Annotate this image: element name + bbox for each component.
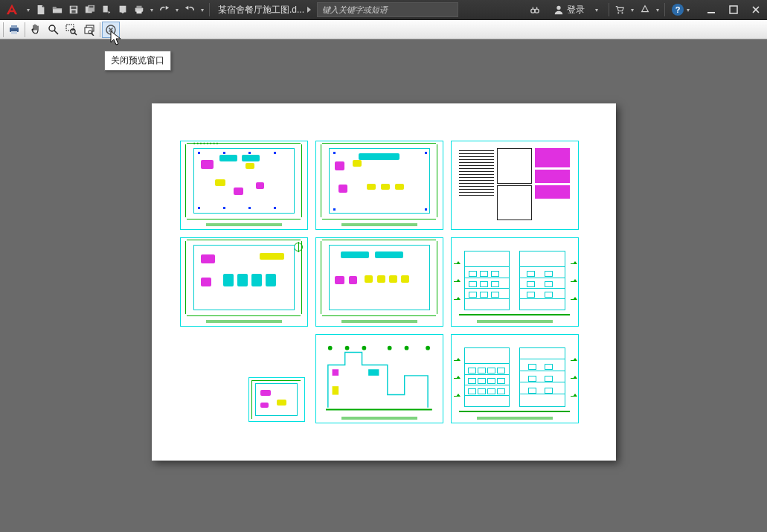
sheet-9-elevation bbox=[451, 334, 579, 423]
separator bbox=[100, 22, 100, 37]
separator bbox=[25, 22, 25, 37]
sheet-4-plan bbox=[180, 237, 308, 327]
sheet-1-plan: ● ● ● ● ● ● ● ● bbox=[180, 141, 308, 230]
app-logo[interactable] bbox=[3, 1, 21, 18]
share-dropdown-icon[interactable]: ▾ bbox=[653, 1, 662, 18]
svg-rect-16 bbox=[707, 12, 715, 13]
separator bbox=[609, 3, 609, 16]
svg-rect-20 bbox=[11, 31, 17, 34]
cart-dropdown-icon[interactable]: ▾ bbox=[628, 1, 637, 18]
document-title: 某宿舍餐厅施工图.d... bbox=[218, 4, 304, 16]
zoom-window-icon[interactable] bbox=[62, 22, 80, 38]
svg-point-14 bbox=[617, 12, 619, 13]
svg-point-37 bbox=[426, 346, 430, 350]
sheet-2-plan bbox=[315, 141, 443, 230]
minimize-button[interactable] bbox=[700, 1, 722, 18]
help-dropdown-icon[interactable]: ▾ bbox=[684, 1, 693, 18]
svg-point-21 bbox=[49, 25, 55, 31]
sheet-7-stair-detail bbox=[248, 377, 305, 422]
svg-rect-1 bbox=[71, 7, 77, 10]
sheet-5-plan bbox=[315, 237, 443, 327]
close-preview-icon[interactable] bbox=[102, 22, 120, 38]
separator bbox=[664, 3, 665, 16]
maximize-button[interactable] bbox=[722, 1, 745, 18]
sheet-6-elevation bbox=[451, 237, 579, 327]
plot-dropdown-icon[interactable]: ▾ bbox=[147, 1, 156, 18]
login-label: 登录 bbox=[567, 4, 585, 16]
svg-rect-29 bbox=[333, 386, 339, 394]
svg-point-34 bbox=[362, 346, 367, 350]
search-input[interactable] bbox=[317, 2, 458, 17]
svg-point-15 bbox=[621, 12, 623, 13]
new-icon[interactable] bbox=[33, 1, 49, 18]
svg-rect-10 bbox=[137, 11, 142, 14]
redo-icon[interactable] bbox=[182, 1, 198, 18]
svg-point-13 bbox=[556, 6, 560, 10]
svg-point-32 bbox=[328, 346, 333, 350]
binoculars-icon[interactable] bbox=[527, 1, 543, 18]
svg-point-11 bbox=[531, 9, 535, 13]
svg-rect-9 bbox=[137, 6, 142, 9]
redo-dropdown-icon[interactable]: ▾ bbox=[198, 1, 207, 18]
print-preview-page: ● ● ● ● ● ● ● ● bbox=[152, 103, 616, 461]
svg-rect-19 bbox=[11, 25, 17, 28]
doc-switch-icon[interactable] bbox=[307, 7, 311, 13]
svg-rect-30 bbox=[333, 369, 339, 376]
plot-icon[interactable] bbox=[131, 1, 147, 18]
cloud-open-icon[interactable] bbox=[98, 1, 115, 18]
title-bar: ▾ ▾ ▾ ▾ 某宿舍餐厅施工图.d... 登录 ▾ bbox=[0, 0, 767, 20]
share-icon[interactable] bbox=[637, 1, 653, 18]
svg-rect-22 bbox=[66, 25, 74, 31]
save-icon[interactable] bbox=[65, 1, 82, 18]
open-icon[interactable] bbox=[49, 1, 65, 18]
svg-point-35 bbox=[388, 346, 392, 350]
login-button[interactable]: 登录 bbox=[553, 4, 585, 16]
svg-rect-31 bbox=[368, 369, 379, 376]
svg-rect-2 bbox=[71, 10, 75, 13]
svg-rect-6 bbox=[103, 6, 108, 13]
sheet-8-section bbox=[315, 334, 443, 423]
preview-canvas[interactable]: ● ● ● ● ● ● ● ● bbox=[0, 39, 767, 532]
plot-icon[interactable] bbox=[5, 22, 23, 38]
separator bbox=[3, 22, 4, 37]
saveas-icon[interactable] bbox=[82, 1, 98, 18]
undo-icon[interactable] bbox=[156, 1, 173, 18]
pan-icon[interactable] bbox=[27, 22, 45, 38]
login-dropdown-icon[interactable]: ▾ bbox=[592, 1, 601, 18]
help-icon[interactable]: ? bbox=[672, 4, 684, 16]
preview-toolbar bbox=[0, 20, 767, 39]
sheet-3-schedule bbox=[451, 141, 579, 230]
svg-point-36 bbox=[405, 346, 409, 350]
undo-dropdown-icon[interactable]: ▾ bbox=[173, 1, 182, 18]
svg-point-33 bbox=[345, 346, 350, 350]
cloud-save-icon[interactable] bbox=[115, 1, 131, 18]
svg-point-12 bbox=[535, 9, 539, 13]
app-menu-dropdown-icon[interactable]: ▾ bbox=[24, 1, 33, 18]
svg-rect-17 bbox=[730, 6, 737, 13]
close-button[interactable] bbox=[745, 1, 767, 18]
svg-rect-5 bbox=[89, 6, 93, 8]
svg-rect-7 bbox=[120, 6, 126, 13]
sheet-7-blank bbox=[180, 334, 308, 423]
zoom-icon[interactable] bbox=[45, 22, 62, 38]
zoom-previous-icon[interactable] bbox=[80, 22, 98, 38]
separator bbox=[209, 3, 210, 16]
cart-icon[interactable] bbox=[612, 1, 628, 18]
